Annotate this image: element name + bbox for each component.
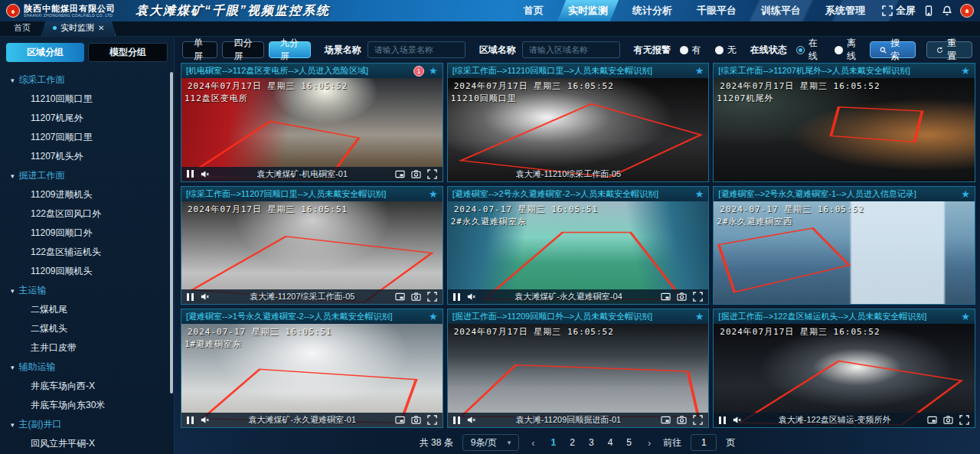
- pause-icon[interactable]: [187, 293, 194, 301]
- screen-layout-button[interactable]: 四分屏: [222, 41, 264, 58]
- speaker-muted-icon[interactable]: [732, 415, 742, 425]
- page-number[interactable]: 3: [585, 437, 598, 448]
- speaker-muted-icon[interactable]: [200, 169, 210, 179]
- video-feed[interactable]: 2024-07-17 星期三 16:05:51 2#永久避难硐室东 袁大滩煤矿-…: [448, 201, 709, 305]
- pip-icon[interactable]: [927, 415, 937, 425]
- video-feed[interactable]: 2024年07月17日 星期三 16:05:51 袁大滩-11207综采工作面-…: [181, 201, 443, 305]
- favorite-star-icon[interactable]: ★: [695, 312, 704, 322]
- scene-name-input[interactable]: [368, 41, 466, 58]
- tree-item[interactable]: 122盘区辅运机头: [0, 243, 169, 262]
- tree-item[interactable]: 122盘区回风口外: [0, 204, 169, 224]
- speaker-muted-icon[interactable]: [200, 415, 210, 425]
- tree-group[interactable]: ▾掘进工作面: [0, 166, 169, 185]
- tile-fullscreen-icon[interactable]: [427, 169, 437, 179]
- tree-group[interactable]: ▾主(副)井口: [0, 415, 169, 434]
- page-number[interactable]: 4: [604, 437, 617, 448]
- tab-close-icon[interactable]: ✕: [98, 24, 104, 32]
- tree-item[interactable]: 主井口皮带: [0, 338, 169, 358]
- nav-item[interactable]: 训练平台: [750, 0, 812, 21]
- user-avatar[interactable]: [960, 4, 974, 18]
- tree-item[interactable]: 11207机尾外: [0, 109, 169, 128]
- tree-item[interactable]: 11207机头外: [0, 147, 169, 166]
- favorite-star-icon[interactable]: ★: [961, 312, 970, 322]
- page-number[interactable]: 5: [622, 437, 635, 448]
- nav-item[interactable]: 实时监测: [557, 0, 619, 21]
- online-radio[interactable]: 在线: [796, 37, 821, 63]
- video-feed[interactable]: 2024年07月17日 星期三 16:05:52 11210回顺口里 袁大滩-1…: [448, 78, 709, 181]
- tree-item[interactable]: 11210回顺口里: [0, 90, 169, 109]
- pip-icon[interactable]: [661, 415, 671, 425]
- screen-layout-button[interactable]: 九分屏: [269, 41, 311, 58]
- tree-item[interactable]: 回风立井平硐-X: [0, 434, 169, 451]
- snapshot-camera-icon[interactable]: [677, 415, 687, 425]
- tile-fullscreen-icon[interactable]: [693, 292, 703, 302]
- tile-fullscreen-icon[interactable]: [427, 292, 437, 302]
- page-number[interactable]: 1: [547, 437, 560, 448]
- favorite-star-icon[interactable]: ★: [429, 189, 438, 199]
- snapshot-camera-icon[interactable]: [943, 415, 953, 425]
- nav-item[interactable]: 系统管理: [815, 0, 876, 21]
- favorite-star-icon[interactable]: ★: [429, 312, 438, 322]
- tab-realtime[interactable]: 实时监测 ✕: [41, 19, 116, 36]
- tree-item[interactable]: 11209回顺口外: [0, 224, 169, 243]
- tree-item[interactable]: 11207回顺口里: [0, 128, 169, 147]
- pip-icon[interactable]: [395, 415, 405, 425]
- snapshot-camera-icon[interactable]: [677, 292, 687, 302]
- alarm-radio[interactable]: 有: [680, 44, 701, 57]
- pause-icon[interactable]: [719, 416, 726, 424]
- video-feed[interactable]: 2024年07月17日 星期三 16:05:52 11207机尾外: [714, 78, 975, 181]
- nav-item[interactable]: 统计分析: [622, 0, 683, 21]
- tree-item[interactable]: 11209进顺机头: [0, 185, 169, 204]
- video-feed[interactable]: 2024年07月17日 星期三 16:05:52 112盘区变电所 袁大滩煤矿-…: [181, 78, 443, 181]
- tree-item[interactable]: 井底车场向西-X: [0, 377, 169, 396]
- tree-group[interactable]: ▾辅助运输: [0, 358, 169, 377]
- video-feed[interactable]: 2024年07月17日 星期三 16:05:52 袁大滩-122盘区辅运-变频所…: [714, 324, 975, 427]
- tile-fullscreen-icon[interactable]: [427, 415, 437, 425]
- video-feed[interactable]: 2024-07-17 星期三 16:05:52 2#永久避难硐室西: [714, 201, 975, 305]
- snapshot-camera-icon[interactable]: [411, 292, 421, 302]
- prev-page-button[interactable]: ‹: [528, 437, 537, 449]
- tree-item[interactable]: 二煤机头: [0, 319, 169, 338]
- favorite-star-icon[interactable]: ★: [961, 66, 970, 76]
- favorite-star-icon[interactable]: ★: [429, 66, 438, 76]
- speaker-muted-icon[interactable]: [200, 292, 210, 302]
- pause-icon[interactable]: [187, 170, 194, 178]
- sidebar-scrollbar[interactable]: [170, 72, 173, 394]
- favorite-star-icon[interactable]: ★: [695, 66, 704, 76]
- nav-item[interactable]: 首页: [513, 0, 554, 21]
- pause-icon[interactable]: [453, 416, 460, 424]
- pip-icon[interactable]: [661, 292, 671, 302]
- page-number[interactable]: 2: [566, 437, 579, 448]
- alarm-radio[interactable]: 无: [715, 44, 737, 57]
- reset-button[interactable]: 重置: [926, 41, 972, 58]
- pip-icon[interactable]: [395, 169, 405, 179]
- next-page-button[interactable]: ›: [645, 437, 654, 449]
- nav-item[interactable]: 千眼平台: [686, 0, 747, 21]
- pause-icon[interactable]: [187, 416, 194, 424]
- pip-icon[interactable]: [395, 292, 405, 302]
- favorite-star-icon[interactable]: ★: [961, 189, 970, 199]
- tree-group[interactable]: ▾综采工作面: [0, 70, 169, 90]
- bell-icon[interactable]: [942, 5, 952, 16]
- page-size-select[interactable]: 9条/页 ▾: [462, 434, 520, 451]
- fullscreen-button[interactable]: 全屏: [882, 4, 916, 18]
- tile-fullscreen-icon[interactable]: [693, 415, 703, 425]
- sidebar-tab-region[interactable]: 区域分组: [6, 43, 84, 62]
- tree-item[interactable]: 11209回顺机头: [0, 262, 169, 281]
- tree-group[interactable]: ▾主运输: [0, 281, 169, 300]
- tree-item[interactable]: 二煤机尾: [0, 300, 169, 319]
- speaker-muted-icon[interactable]: [466, 292, 476, 302]
- snapshot-camera-icon[interactable]: [411, 415, 421, 425]
- search-button[interactable]: 搜索: [870, 41, 916, 58]
- sidebar-tab-model[interactable]: 模型分组: [88, 43, 168, 62]
- region-name-input[interactable]: [522, 41, 620, 58]
- speaker-muted-icon[interactable]: [466, 415, 476, 425]
- video-feed[interactable]: 2024年07月17日 星期三 16:05:52 袁大滩-11209回顺掘进面-…: [448, 324, 709, 427]
- video-feed[interactable]: 2024-07-17 星期三 16:05:51 1#避难硐室东 袁大滩煤矿-永久…: [181, 324, 443, 427]
- goto-page-input[interactable]: [691, 434, 717, 451]
- mobile-icon[interactable]: [923, 5, 934, 16]
- tree-item[interactable]: 井底车场向东30米: [0, 396, 169, 415]
- snapshot-camera-icon[interactable]: [411, 169, 421, 179]
- online-radio[interactable]: 离线: [835, 37, 859, 63]
- screen-layout-button[interactable]: 单屏: [182, 41, 217, 58]
